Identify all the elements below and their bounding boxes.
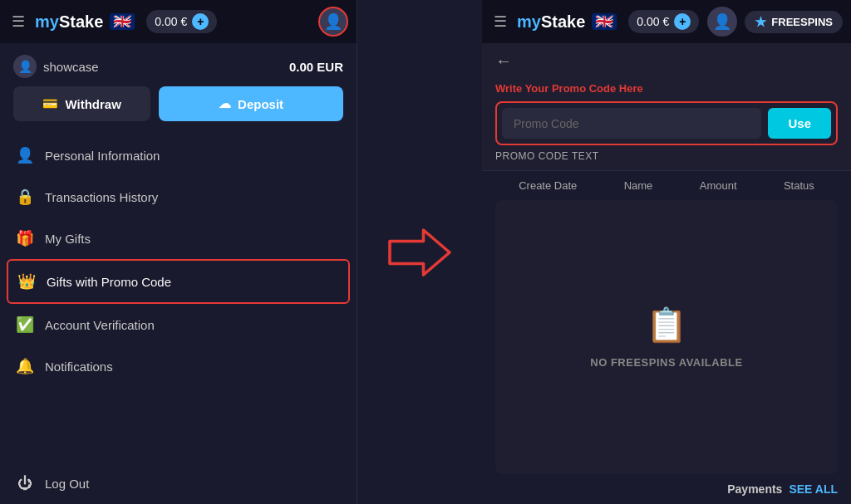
svg-marker-0 <box>390 230 450 275</box>
promo-section: ← Write Your Promo Code Here Use PROMO C… <box>482 43 851 171</box>
col-amount: Amount <box>700 179 737 192</box>
arrow-area <box>357 0 482 504</box>
right-avatar-button[interactable]: 👤 <box>707 7 737 37</box>
right-panel: ☰ myStake 0.00 € + 👤 ★ FREESPINS ← Write… <box>482 0 851 504</box>
sidebar-item-account-verify[interactable]: ✅ Account Verification <box>7 304 350 345</box>
use-promo-button[interactable]: Use <box>768 108 831 139</box>
right-logo-text: myStake <box>517 12 585 32</box>
right-logo: myStake <box>517 12 585 32</box>
sidebar-item-gifts-promo[interactable]: 👑 Gifts with Promo Code <box>7 259 350 304</box>
deposit-icon: ☁ <box>219 96 231 111</box>
sidebar-label-account-verify: Account Verification <box>45 318 155 332</box>
action-buttons: 💳 Withdraw ☁ Deposit <box>0 86 357 135</box>
person-icon: 👤 <box>15 146 35 164</box>
menu-list: 👤 Personal Information 🔒 Transactions Hi… <box>0 135 357 463</box>
right-arrow-icon <box>382 223 457 281</box>
back-button[interactable]: ← <box>495 51 512 71</box>
clipboard-icon: 📋 <box>646 306 687 345</box>
logout-label: Log Out <box>45 477 89 491</box>
withdraw-button[interactable]: 💳 Withdraw <box>13 86 150 121</box>
crown-icon: 👑 <box>17 272 37 291</box>
right-avatar-icon: 👤 <box>713 12 731 31</box>
sidebar-item-transactions[interactable]: 🔒 Transactions History <box>7 176 350 218</box>
logo-stake: Stake <box>59 12 103 31</box>
deposit-button[interactable]: ☁ Deposit <box>159 86 343 121</box>
col-status: Status <box>784 179 814 192</box>
freespins-label: FREESPINS <box>771 16 833 28</box>
right-header: ☰ myStake 0.00 € + 👤 ★ FREESPINS <box>482 0 851 43</box>
freespins-badge: ★ FREESPINS <box>745 11 843 33</box>
sidebar-item-personal-info[interactable]: 👤 Personal Information <box>7 135 350 176</box>
col-create-date: Create Date <box>519 179 577 192</box>
promo-label: Write Your Promo Code Here <box>495 82 838 95</box>
deposit-label: Deposit <box>238 97 283 111</box>
sidebar-item-notifications[interactable]: 🔔 Notifications <box>7 345 350 387</box>
payments-footer: Payments SEE ALL <box>482 474 851 504</box>
empty-state: 📋 NO FREESPINS AVAILABLE <box>495 200 838 474</box>
promo-input-row: Use <box>495 101 838 145</box>
col-name: Name <box>624 179 653 192</box>
balance-display: 0.00 € + <box>146 10 217 33</box>
promo-code-text: PROMO CODE TEXT <box>495 150 838 162</box>
user-info: 👤 showcase 0.00 EUR <box>0 43 357 86</box>
logo: myStake <box>35 12 103 32</box>
sidebar-label-notifications: Notifications <box>45 360 113 374</box>
sidebar-label-my-gifts: My Gifts <box>45 232 91 246</box>
balance-value: 0.00 € <box>155 15 187 28</box>
logo-my: my <box>35 12 59 31</box>
promo-code-input[interactable] <box>502 108 761 139</box>
user-balance: 0.00 EUR <box>289 60 343 74</box>
username-label: showcase <box>43 60 99 74</box>
user-avatar: 👤 <box>13 55 37 78</box>
check-icon: ✅ <box>15 316 35 334</box>
table-header: Create Date Name Amount Status <box>482 171 851 200</box>
right-balance-value: 0.00 € <box>637 15 669 28</box>
avatar-icon: 👤 <box>324 12 342 31</box>
sidebar-label-personal-info: Personal Information <box>45 149 160 163</box>
see-all-link[interactable]: SEE ALL <box>789 482 838 496</box>
add-funds-button[interactable]: + <box>192 13 209 30</box>
avatar-button[interactable]: 👤 <box>318 7 348 37</box>
language-flag[interactable] <box>110 13 135 30</box>
logout-icon: ⏻ <box>15 475 35 492</box>
right-balance: 0.00 € + <box>628 10 699 33</box>
no-freespins-text: NO FREESPINS AVAILABLE <box>590 356 742 369</box>
logo-text: myStake <box>35 12 103 32</box>
gift-icon: 🎁 <box>15 229 35 247</box>
left-header: ☰ myStake 0.00 € + 👤 <box>0 0 357 43</box>
right-add-funds-button[interactable]: + <box>674 13 691 30</box>
bell-icon: 🔔 <box>15 357 35 375</box>
left-panel: ☰ myStake 0.00 € + 👤 👤 showcase 0.00 EUR… <box>0 0 357 504</box>
sidebar-label-transactions: Transactions History <box>45 190 158 204</box>
logout-item[interactable]: ⏻ Log Out <box>0 463 357 504</box>
lock-icon: 🔒 <box>15 188 35 206</box>
sidebar-label-gifts-promo: Gifts with Promo Code <box>47 275 171 289</box>
star-icon: ★ <box>755 14 766 30</box>
payments-label: Payments <box>727 482 782 496</box>
username-area: 👤 showcase <box>13 55 99 78</box>
right-language-flag[interactable] <box>592 13 617 30</box>
sidebar-item-my-gifts[interactable]: 🎁 My Gifts <box>7 218 350 259</box>
withdraw-icon: 💳 <box>42 96 58 111</box>
menu-hamburger-icon[interactable]: ☰ <box>8 9 28 34</box>
withdraw-label: Withdraw <box>65 97 121 111</box>
right-menu-icon[interactable]: ☰ <box>490 9 510 34</box>
